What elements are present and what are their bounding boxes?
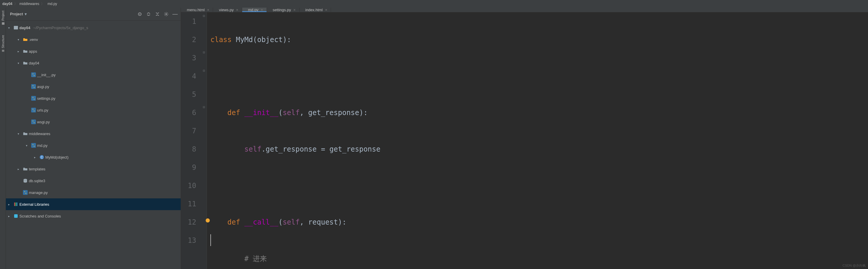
tool-window-strip: ▦ Project ≣ Structure (0, 8, 6, 269)
tree-arrow-icon[interactable]: ▾ (18, 61, 22, 65)
line-gutter: 12345678910111213 (181, 12, 202, 269)
tree-row[interactable]: ▾day04 (6, 57, 181, 69)
tree-row[interactable]: db.sqlite3 (6, 175, 181, 187)
tree-row[interactable]: settings.py (6, 92, 181, 104)
tree-label: db.sqlite3 (29, 179, 45, 183)
editor-area: Hmenu.html×views.py×md.py×settings.py×Hi… (181, 8, 868, 269)
tree-label: External Libraries (20, 202, 49, 207)
svg-rect-13 (31, 96, 36, 101)
breadcrumb-item[interactable]: md.py (46, 2, 57, 6)
svg-rect-19 (31, 119, 36, 124)
breadcrumb-sep: 〉 (41, 1, 44, 6)
fold-gutter[interactable]: ⊟ ⊟ ⊟ ⊟ (202, 12, 207, 269)
editor-body[interactable]: 12345678910111213 ⊟ ⊟ ⊟ ⊟ class MyMd(obj… (181, 12, 868, 269)
editor-tab[interactable]: settings.py× (267, 8, 300, 12)
code-token: self (283, 109, 300, 117)
dir-icon (23, 49, 28, 54)
fold-marker-icon[interactable]: ⊟ (202, 106, 206, 109)
svg-point-24 (34, 146, 34, 147)
close-icon[interactable]: × (261, 8, 263, 12)
line-number: 6 (181, 103, 196, 122)
tree-row[interactable]: ▸apps (6, 45, 181, 57)
line-number: 12 (181, 213, 196, 231)
tree-row[interactable]: __init__.py (6, 69, 181, 81)
fold-marker-icon[interactable]: ⊟ (202, 14, 206, 18)
tree-label: apps (29, 49, 37, 54)
tree-arrow-icon[interactable]: ▸ (34, 156, 38, 159)
tab-label: menu.html (187, 8, 205, 12)
line-number: 8 (181, 140, 196, 158)
project-panel-title[interactable]: Project ▾ (8, 12, 27, 16)
code-token: __call__ (245, 218, 279, 226)
hide-icon[interactable]: — (172, 11, 178, 18)
expand-all-icon[interactable] (145, 11, 152, 18)
tree-label: MyMd(object) (45, 155, 68, 159)
project-tree[interactable]: ▾ day04 ~/PycharmProjects/5x_django_s ▾.… (6, 21, 181, 269)
code-token: class (210, 36, 236, 44)
tool-structure-tab[interactable]: ≣ Structure (1, 33, 5, 54)
tree-row[interactable]: ▸CMyMd(object) (6, 151, 181, 163)
svg-point-15 (34, 99, 34, 99)
tree-arrow-icon[interactable]: ▾ (18, 38, 22, 41)
code-text[interactable]: class MyMd(object): def __init__(self, g… (207, 12, 868, 269)
tree-arrow-icon[interactable]: ▸ (18, 168, 22, 171)
tree-row[interactable]: asgi.py (6, 81, 181, 92)
breadcrumb-item[interactable]: day04 (2, 2, 12, 6)
locate-icon[interactable] (136, 11, 143, 18)
dir-icon (23, 61, 28, 65)
svg-point-4 (140, 13, 141, 14)
tree-arrow-icon[interactable]: ▸ (18, 50, 22, 53)
svg-point-27 (24, 179, 27, 180)
tree-row[interactable]: manage.py (6, 187, 181, 198)
tree-arrow-icon[interactable]: ▾ (26, 144, 30, 147)
svg-text:C: C (41, 156, 43, 159)
editor-tab[interactable]: views.py× (213, 8, 242, 12)
svg-point-30 (26, 193, 26, 193)
svg-rect-34 (14, 214, 18, 218)
code-token: ( (278, 109, 282, 117)
breadcrumb-item[interactable]: middlewares (20, 2, 39, 6)
tree-path: ~/PycharmProjects/5x_django_s (33, 26, 88, 30)
collapse-all-icon[interactable] (154, 11, 161, 18)
tree-external-libraries[interactable]: ▸ External Libraries (6, 198, 181, 210)
chevron-down-icon[interactable]: ▾ (8, 26, 12, 29)
tree-row[interactable]: ▾md.py (6, 140, 181, 151)
tab-label: settings.py (273, 8, 291, 12)
tree-root[interactable]: ▾ day04 ~/PycharmProjects/5x_django_s (6, 22, 181, 34)
svg-point-29 (24, 191, 25, 192)
tree-row[interactable]: ▾.venv (6, 34, 181, 45)
chevron-right-icon[interactable]: ▸ (8, 203, 12, 206)
line-number: 2 (181, 31, 196, 49)
close-icon[interactable]: × (236, 8, 238, 12)
tree-row[interactable]: wsgi.py (6, 116, 181, 128)
editor-tab[interactable]: Hmenu.html× (181, 8, 213, 12)
structure-icon: ≣ (1, 50, 5, 52)
gear-icon[interactable] (163, 11, 169, 18)
py-icon (23, 190, 28, 195)
tool-project-tab[interactable]: ▦ Project (1, 9, 5, 27)
fold-marker-icon[interactable]: ⊟ (202, 69, 206, 72)
line-number: 10 (181, 177, 196, 195)
editor-tab[interactable]: md.py× (242, 8, 267, 12)
code-token: MyMd (236, 36, 253, 44)
scratch-icon (13, 214, 18, 218)
tree-arrow-icon[interactable]: ▾ (18, 132, 22, 136)
editor-tab[interactable]: Hindex.html× (300, 8, 331, 12)
tree-scratches[interactable]: ▸ Scratches and Consoles (6, 210, 181, 222)
py-icon (31, 84, 36, 89)
tab-label: index.html (305, 8, 323, 12)
close-icon[interactable]: × (325, 8, 328, 12)
svg-point-11 (33, 85, 33, 86)
tree-row[interactable]: ▾middlewares (6, 128, 181, 140)
svg-rect-16 (31, 108, 36, 113)
tree-row[interactable]: ▸templates (6, 163, 181, 175)
close-icon[interactable]: × (293, 8, 296, 12)
line-number: 5 (181, 85, 196, 103)
svg-rect-31 (14, 203, 15, 206)
chevron-right-icon[interactable]: ▸ (8, 214, 12, 218)
svg-point-9 (34, 76, 34, 76)
tree-row[interactable]: urls.py (6, 104, 181, 116)
fold-marker-icon[interactable]: ⊟ (202, 51, 206, 54)
tree-label: settings.py (37, 96, 55, 101)
close-icon[interactable]: × (207, 8, 210, 12)
